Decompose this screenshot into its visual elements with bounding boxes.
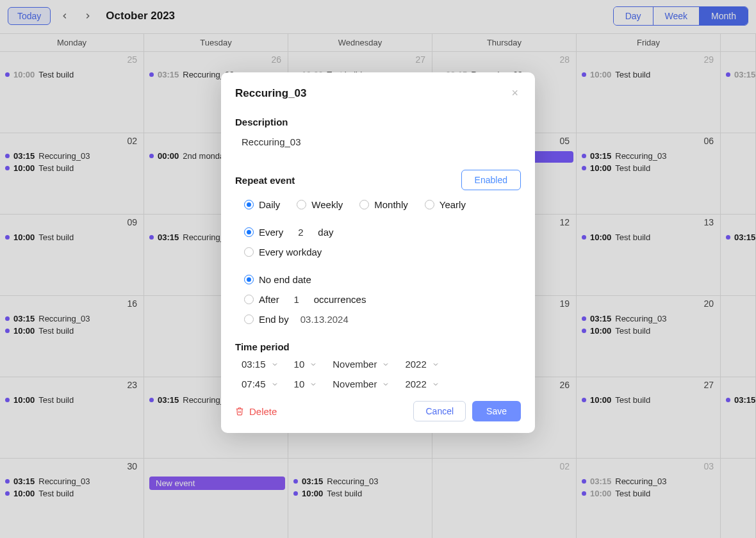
freq-daily-label: Daily <box>259 199 280 210</box>
end-by-label: End by <box>259 314 289 325</box>
tp-end-time[interactable]: 07:45 <box>242 379 279 389</box>
every-n-input[interactable] <box>291 227 310 238</box>
time-period-start: 03:15 10 November 2022 <box>242 359 521 370</box>
chevron-down-icon <box>271 380 279 388</box>
freq-yearly[interactable]: Yearly <box>425 199 466 210</box>
end-after-n-input[interactable] <box>287 294 306 305</box>
end-none-label: No end date <box>259 274 311 285</box>
chevron-down-icon <box>432 380 440 388</box>
tp-start-day-value: 10 <box>294 359 305 370</box>
freq-daily[interactable]: Daily <box>244 199 280 210</box>
radio-icon <box>244 227 254 237</box>
cancel-button[interactable]: Cancel <box>413 401 466 421</box>
radio-icon <box>425 200 434 209</box>
freq-yearly-label: Yearly <box>440 199 466 210</box>
interval-group: Every day Every workday <box>244 227 521 257</box>
tp-end-month-value: November <box>333 379 377 389</box>
tp-end-day[interactable]: 10 <box>294 379 318 389</box>
description-label: Description <box>235 117 521 127</box>
tp-start-time[interactable]: 03:15 <box>242 359 279 370</box>
tp-end-year[interactable]: 2022 <box>405 379 439 389</box>
modal-title: Reccuring_03 <box>235 87 307 100</box>
radio-icon <box>359 200 369 209</box>
tp-end-year-value: 2022 <box>405 379 426 389</box>
tp-end-month[interactable]: November <box>333 379 390 389</box>
tp-start-month-value: November <box>333 359 377 370</box>
radio-icon <box>244 275 254 284</box>
description-input[interactable] <box>235 134 521 151</box>
chevron-down-icon <box>271 361 279 368</box>
chevron-down-icon <box>382 380 390 388</box>
freq-monthly[interactable]: Monthly <box>359 199 408 210</box>
trash-icon <box>235 407 244 416</box>
end-none-option[interactable]: No end date <box>244 274 311 285</box>
end-after-label: After <box>259 294 279 305</box>
save-button[interactable]: Save <box>472 401 521 421</box>
every-workday-label: Every workday <box>259 247 322 257</box>
radio-icon <box>244 295 254 304</box>
end-group: No end date After occurrences End by 03.… <box>244 274 521 325</box>
repeat-label: Repeat event <box>235 175 295 186</box>
chevron-down-icon <box>309 361 317 368</box>
delete-button[interactable]: Delete <box>235 406 277 417</box>
radio-icon <box>244 314 254 324</box>
every-label: Every <box>259 227 283 238</box>
modal-close-button[interactable]: × <box>509 84 521 102</box>
radio-icon <box>297 200 306 209</box>
radio-icon <box>244 247 254 257</box>
repeat-enabled-button[interactable]: Enabled <box>461 170 521 190</box>
chevron-down-icon <box>382 361 390 368</box>
every-n-option[interactable]: Every day <box>244 227 334 238</box>
event-modal: Reccuring_03 × Description Repeat event … <box>221 72 535 433</box>
tp-start-year-value: 2022 <box>405 359 426 370</box>
time-period-label: Time period <box>235 341 521 352</box>
end-occurrences-label: occurrences <box>314 294 366 305</box>
end-by-date: 03.13.2024 <box>300 314 349 325</box>
chevron-down-icon <box>432 361 440 368</box>
every-workday-option[interactable]: Every workday <box>244 247 322 257</box>
time-period-end: 07:45 10 November 2022 <box>242 379 521 389</box>
freq-weekly[interactable]: Weekly <box>297 199 343 210</box>
radio-icon <box>244 200 254 209</box>
freq-monthly-label: Monthly <box>374 199 408 210</box>
tp-start-time-value: 03:15 <box>242 359 266 370</box>
tp-start-year[interactable]: 2022 <box>405 359 439 370</box>
tp-start-day[interactable]: 10 <box>294 359 318 370</box>
delete-label: Delete <box>249 406 277 417</box>
end-after-option[interactable]: After occurrences <box>244 294 366 305</box>
close-icon: × <box>511 86 518 99</box>
every-unit: day <box>318 227 333 238</box>
tp-end-day-value: 10 <box>294 379 305 389</box>
tp-start-month[interactable]: November <box>333 359 390 370</box>
tp-end-time-value: 07:45 <box>242 379 266 389</box>
end-by-option[interactable]: End by 03.13.2024 <box>244 314 349 325</box>
freq-weekly-label: Weekly <box>311 199 343 210</box>
chevron-down-icon <box>309 380 317 388</box>
freq-group: Daily Weekly Monthly Yearly <box>244 199 521 210</box>
